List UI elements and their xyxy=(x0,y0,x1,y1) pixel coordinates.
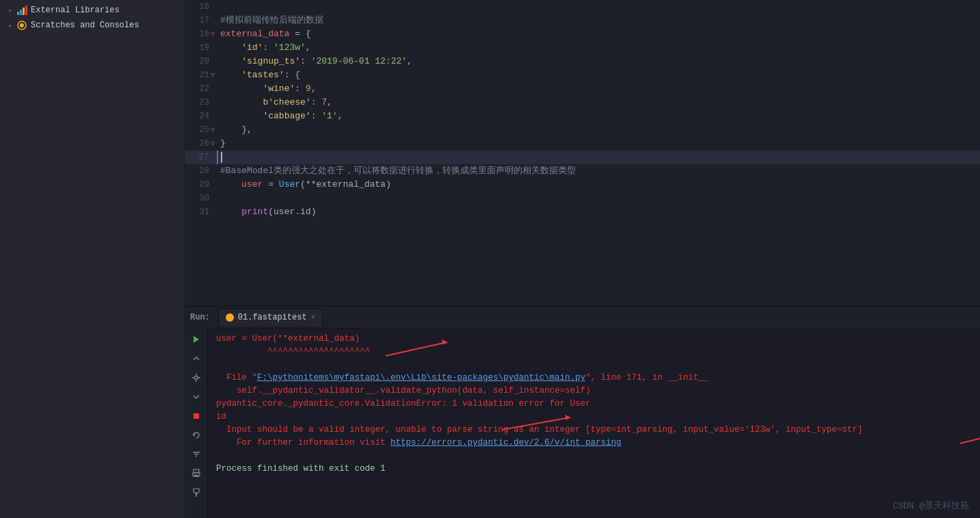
scroll-up-button[interactable] xyxy=(188,350,204,367)
table-row: 23 b'cheese': 7, xyxy=(185,96,980,109)
arrow-icon: ▸ xyxy=(5,5,15,15)
scroll-down-button[interactable] xyxy=(188,389,204,405)
sidebar-item-scratches[interactable]: ▸ Scratches and Consoles xyxy=(0,18,184,33)
cursor xyxy=(221,152,222,163)
pydantic-link[interactable]: https://errors.pydantic.dev/2.6/v/int_pa… xyxy=(390,438,622,448)
run-label: Run: xyxy=(190,313,210,322)
console-line: id xyxy=(216,411,972,424)
console-line: Process finished with exit code 1 xyxy=(216,463,972,476)
table-row: 24 'cabbage': '1', xyxy=(185,109,980,123)
table-row: 18 ▽external_data = { xyxy=(185,27,980,41)
run-button[interactable] xyxy=(188,331,204,348)
console-line xyxy=(216,450,972,463)
filter-button[interactable] xyxy=(188,446,204,463)
print-button[interactable] xyxy=(188,465,204,482)
tab-close-button[interactable]: × xyxy=(311,313,316,322)
table-row: 25 ▽ }, xyxy=(185,123,980,137)
code-editor[interactable]: 16 17 #模拟前端传给后端的数据 18 ▽external_data = {… xyxy=(185,0,980,306)
tab-python-icon xyxy=(226,313,234,322)
code-lines: 16 17 #模拟前端传给后端的数据 18 ▽external_data = {… xyxy=(185,0,980,219)
svg-rect-18 xyxy=(194,475,198,477)
run-tab[interactable]: 01.fastapitest × xyxy=(218,309,323,326)
bottom-panel: Run: 01.fastapitest × xyxy=(185,306,980,518)
file-link[interactable]: F:\pythonitems\myfastapi\.env\Lib\site-p… xyxy=(257,373,585,383)
rerun-button[interactable] xyxy=(188,427,204,443)
svg-point-7 xyxy=(194,376,198,380)
console-line: self.__pydantic_validator__.validate_pyt… xyxy=(216,385,972,398)
table-row: 26 ▽} xyxy=(185,137,980,151)
console-line: File "F:\pythonitems\myfastapi\.env\Lib\… xyxy=(216,372,972,385)
table-row: 28 #BaseModel类的强大之处在于，可以将数据进行转换，转换成类里面声明… xyxy=(185,164,980,178)
watermark: CSDN @景天科技苑 xyxy=(892,500,969,513)
console-line: user = User(**external_data) xyxy=(216,333,972,346)
sidebar-item-label: Scratches and Consoles xyxy=(31,21,139,30)
fold-icon[interactable]: ▽ xyxy=(211,124,217,131)
console-line: pydantic_core._pydantic_core.ValidationE… xyxy=(216,398,972,411)
table-row: 20 'signup_ts': '2019-06-01 12:22', xyxy=(185,55,980,68)
svg-rect-3 xyxy=(25,5,27,15)
table-row: 19 'id': '123w', xyxy=(185,41,980,55)
console-output[interactable]: user = User(**external_data) ^^^^^^^^^^^… xyxy=(208,328,980,518)
sidebar-item-label: External Libraries xyxy=(31,5,120,15)
pin-button[interactable] xyxy=(188,484,204,501)
stop-button[interactable] xyxy=(188,408,204,424)
table-row: 16 xyxy=(185,0,980,14)
table-row: 27 xyxy=(185,151,980,164)
svg-rect-16 xyxy=(194,469,199,473)
run-tabs-bar: Run: 01.fastapitest × xyxy=(185,307,980,328)
fold-icon[interactable]: ▽ xyxy=(211,28,217,35)
sidebar: ▸ External Libraries ▸ Scratches and Con… xyxy=(0,0,185,518)
scratches-icon xyxy=(16,20,27,31)
console-bottom-area: user = User(**external_data) ^^^^^^^^^^^… xyxy=(185,328,980,518)
table-row: 30 xyxy=(185,192,980,205)
svg-rect-1 xyxy=(20,10,22,15)
fold-icon[interactable]: ▽ xyxy=(211,69,217,76)
svg-rect-0 xyxy=(17,12,19,15)
table-row: 17 #模拟前端传给后端的数据 xyxy=(185,14,980,27)
tab-name: 01.fastapitest xyxy=(238,313,307,322)
svg-rect-2 xyxy=(23,8,25,15)
fold-icon[interactable]: ▽ xyxy=(211,138,217,144)
console-line: Input should be a valid integer, unable … xyxy=(216,424,972,437)
console-toolbar xyxy=(185,328,208,518)
svg-marker-6 xyxy=(194,336,199,343)
table-row: 22 'wine': 9, xyxy=(185,82,980,96)
external-libraries-icon xyxy=(16,5,27,16)
arrow-icon: ▸ xyxy=(5,21,15,30)
svg-point-5 xyxy=(20,23,24,27)
settings-button[interactable] xyxy=(188,370,204,386)
table-row: 31 print(user.id) xyxy=(185,205,980,219)
console-line: ^^^^^^^^^^^^^^^^^^^^ xyxy=(216,346,972,359)
table-row: 29 user = User(**external_data) xyxy=(185,178,980,192)
table-row: 21 ▽ 'tastes': { xyxy=(185,68,980,82)
console-line xyxy=(216,359,972,372)
sidebar-item-external-libraries[interactable]: ▸ External Libraries xyxy=(0,3,184,18)
svg-rect-12 xyxy=(194,413,199,419)
console-line: For further information visit https://er… xyxy=(216,437,972,450)
editor-area: 16 17 #模拟前端传给后端的数据 18 ▽external_data = {… xyxy=(185,0,980,518)
